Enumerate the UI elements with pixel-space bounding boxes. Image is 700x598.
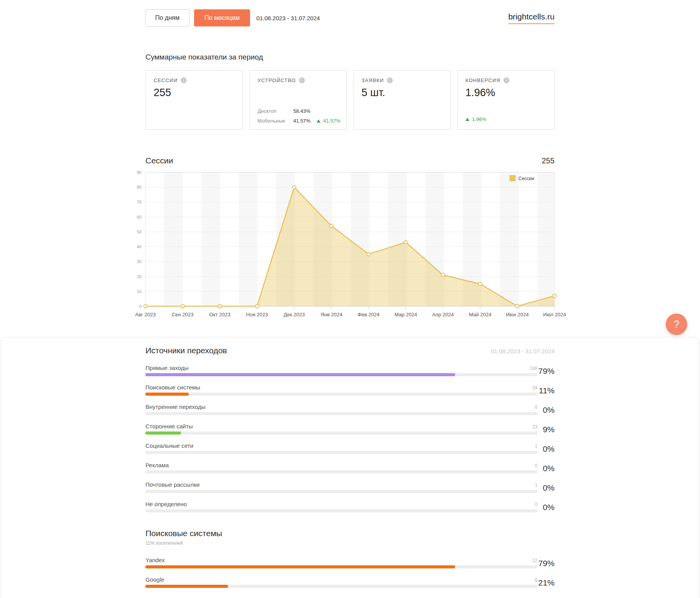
bar-track — [145, 585, 537, 588]
sources-rows: Прямые заходы 198 79% Поисковые системы … — [145, 365, 555, 512]
conversion-delta-value: 1.96% — [472, 116, 486, 122]
bar-row-main: Почтовые рассылки 1 — [145, 481, 537, 493]
bar-fill — [145, 393, 189, 396]
bar-row-count: 6 — [535, 577, 537, 583]
bar-row-label: Сторонние сайты — [145, 423, 193, 430]
search-engines-subtitle: 11% посетителей — [145, 540, 555, 546]
leads-card: ЗАЯВКИ 5 шт. — [354, 70, 451, 130]
svg-text:Янв 2024: Янв 2024 — [320, 312, 342, 317]
bar-row-percent: 11% — [539, 386, 555, 395]
conversion-card-label: КОНВЕРСИЯ — [466, 77, 500, 83]
bar-track — [145, 490, 537, 493]
bar-fill — [145, 565, 455, 568]
by-days-button[interactable]: По дням — [145, 9, 189, 26]
info-icon[interactable] — [299, 77, 305, 83]
svg-text:Сен 2023: Сен 2023 — [172, 312, 193, 317]
device-value: 58.43% — [293, 108, 310, 114]
info-icon[interactable] — [181, 77, 187, 83]
svg-text:Авг 2023: Авг 2023 — [135, 312, 156, 317]
bar-row-main: Не определено 0 — [145, 501, 537, 512]
sources-date-range: 01.08.2023 - 31.07.2024 — [491, 348, 555, 354]
bar-row-label: Поисковые системы — [145, 384, 200, 391]
bar-row-main: Yandex 22 — [145, 557, 537, 568]
bar-row-label: Реклама — [145, 462, 169, 468]
site-logo[interactable]: brightcells.ru — [508, 12, 555, 24]
sources-header: Источники переходов 01.08.2023 - 31.07.2… — [145, 337, 555, 355]
source-row: Поисковые системы 34 11% — [145, 384, 555, 396]
source-row: Почтовые рассылки 1 0% — [145, 481, 555, 493]
bar-track — [145, 431, 537, 435]
search-engine-row: Yandex 22 79% — [145, 557, 555, 568]
bar-row-label: Социальные сети — [145, 442, 193, 449]
conversion-card: КОНВЕРСИЯ 1.96% 1.96% — [457, 70, 555, 130]
bar-track — [145, 393, 537, 396]
bar-track — [145, 509, 537, 512]
bar-row-label: Google — [145, 576, 164, 583]
svg-text:Июн 2024: Июн 2024 — [506, 312, 529, 317]
info-icon[interactable] — [504, 77, 509, 83]
bar-fill — [145, 373, 455, 376]
svg-text:Дек 2023: Дек 2023 — [284, 312, 304, 317]
info-icon[interactable] — [387, 77, 393, 83]
bar-row-count: 1 — [535, 482, 537, 488]
bar-fill — [145, 585, 228, 588]
source-row: Не определено 0 0% — [145, 501, 555, 512]
source-row: Реклама 0 0% — [145, 462, 555, 473]
leads-card-label: ЗАЯВКИ — [362, 77, 384, 83]
chart-title: Сессии — [145, 156, 173, 165]
svg-text:60: 60 — [137, 215, 142, 219]
bar-row-label: Почтовые рассылки — [145, 481, 200, 488]
source-row: Внутренние переходы 0 0% — [145, 403, 555, 415]
bar-row-count: 1 — [535, 444, 537, 449]
device-rows: Десктоп 58.43% Мобильные 41.57% 41.57% — [257, 104, 342, 124]
device-row-mobile: Мобильные 41.57% 41.57% — [257, 118, 342, 124]
bar-row-count: 22 — [532, 558, 537, 563]
bar-row-percent: 0% — [543, 444, 555, 454]
summary-section-title: Суммарные показатели за период — [145, 53, 555, 61]
svg-text:90: 90 — [137, 170, 142, 175]
bar-row-percent: 9% — [543, 425, 555, 434]
device-card: УСТРОЙСТВО Десктоп 58.43% Мобильные 41.5… — [249, 70, 346, 130]
device-delta: 41.57% — [317, 118, 340, 124]
svg-text:Июл 2024: Июл 2024 — [543, 312, 566, 317]
bar-row-label: Внутренние переходы — [145, 403, 206, 410]
conversion-card-value: 1.96% — [466, 87, 546, 99]
by-months-button[interactable]: По месяцам — [194, 9, 250, 26]
svg-text:80: 80 — [137, 185, 142, 189]
device-value: 41.57% — [293, 118, 310, 124]
bar-row-percent: 79% — [538, 367, 555, 376]
bar-track — [145, 470, 537, 473]
svg-text:Май 2024: Май 2024 — [469, 312, 492, 317]
toolbar: По дням По месяцам 01.08.2023 - 31.07.20… — [145, 9, 555, 26]
bar-row-main: Внутренние переходы 0 — [145, 403, 537, 415]
bar-row-count: 198 — [530, 366, 537, 371]
source-row: Прямые заходы 198 79% — [145, 365, 555, 376]
bar-track — [145, 373, 537, 376]
bar-row-label: Прямые заходы — [145, 365, 189, 371]
bar-row-percent: 79% — [538, 559, 555, 568]
svg-text:10: 10 — [137, 289, 142, 294]
sources-title: Источники переходов — [145, 346, 227, 355]
leads-card-value: 5 шт. — [362, 87, 443, 99]
svg-text:0: 0 — [139, 304, 142, 309]
bar-row-percent: 0% — [543, 405, 555, 415]
svg-text:Окт 2023: Окт 2023 — [209, 312, 230, 317]
chart-header: Сессии 255 — [145, 156, 555, 165]
bar-row-count: 0 — [535, 502, 537, 507]
svg-text:70: 70 — [137, 200, 142, 204]
chart-total-value: 255 — [542, 156, 555, 165]
device-row-desktop: Десктоп 58.43% — [257, 108, 342, 114]
up-arrow-icon — [466, 118, 469, 121]
svg-text:40: 40 — [137, 244, 142, 249]
bar-row-main: Сторонние сайты 23 — [145, 423, 537, 435]
sessions-card-label: СЕССИИ — [154, 77, 178, 83]
bar-track — [145, 451, 537, 454]
bar-row-count: 0 — [535, 463, 537, 468]
analytics-report-page: По дням По месяцам 01.08.2023 - 31.07.20… — [0, 0, 700, 598]
sessions-card-value: 255 — [154, 87, 234, 99]
date-range-label: 01.08.2023 - 31.07.2024 — [256, 15, 320, 21]
help-button[interactable]: ? — [666, 314, 687, 335]
sessions-chart: 0102030405060708090Авг 2023Сен 2023Окт 2… — [133, 170, 555, 319]
conversion-delta: 1.96% — [466, 116, 486, 122]
svg-text:Сессии: Сессии — [518, 176, 534, 181]
